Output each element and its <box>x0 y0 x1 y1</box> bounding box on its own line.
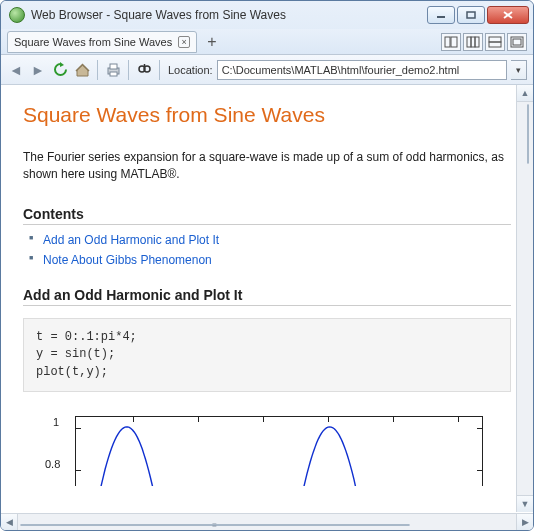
svg-rect-5 <box>451 37 457 47</box>
svg-rect-12 <box>513 39 521 45</box>
location-dropdown-icon[interactable]: ▾ <box>511 60 527 80</box>
app-icon <box>9 7 25 23</box>
scroll-thumb[interactable]: ≡ <box>20 524 410 526</box>
reload-icon[interactable] <box>51 61 69 79</box>
intro-paragraph: The Fourier series expansion for a squar… <box>23 149 511 184</box>
svg-rect-9 <box>489 37 501 42</box>
window-title: Web Browser - Square Waves from Sine Wav… <box>31 8 427 22</box>
find-icon[interactable] <box>135 61 153 79</box>
maximize-button[interactable] <box>457 6 485 24</box>
contents-heading: Contents <box>23 206 511 225</box>
print-icon[interactable] <box>104 61 122 79</box>
location-label: Location: <box>168 64 213 76</box>
close-button[interactable] <box>487 6 529 24</box>
toc-link-1[interactable]: Add an Odd Harmonic and Plot It <box>43 233 219 247</box>
svg-rect-10 <box>489 42 501 47</box>
svg-rect-14 <box>110 64 117 69</box>
layout-split-h-icon[interactable] <box>463 33 483 51</box>
new-tab-button[interactable]: + <box>203 33 220 51</box>
code-block: t = 0:.1:pi*4; y = sin(t); plot(t,y); <box>23 318 511 392</box>
svg-rect-6 <box>467 37 471 47</box>
scroll-up-icon[interactable]: ▲ <box>517 85 533 102</box>
minimize-button[interactable] <box>427 6 455 24</box>
page-content: Square Waves from Sine Waves The Fourier… <box>1 85 533 512</box>
vertical-scrollbar[interactable]: ▲ ▼ <box>516 85 533 512</box>
svg-rect-1 <box>467 12 475 18</box>
svg-rect-8 <box>475 37 479 47</box>
layout-max-icon[interactable] <box>507 33 527 51</box>
tab-label: Square Waves from Sine Waves <box>14 36 172 48</box>
back-icon[interactable]: ◄ <box>7 61 25 79</box>
line-chart <box>75 416 483 486</box>
svg-rect-4 <box>445 37 450 47</box>
toc-link-2[interactable]: Note About Gibbs Phenomenon <box>43 253 212 267</box>
svg-rect-15 <box>110 72 117 76</box>
svg-rect-7 <box>471 37 475 47</box>
location-input[interactable]: C:\Documents\MATLAB\html\fourier_demo2.h… <box>217 60 507 80</box>
scroll-down-icon[interactable]: ▼ <box>517 495 533 512</box>
list-item: Note About Gibbs Phenomenon <box>29 253 511 267</box>
section-heading: Add an Odd Harmonic and Plot It <box>23 287 511 306</box>
page-title: Square Waves from Sine Waves <box>23 103 511 127</box>
layout-single-icon[interactable] <box>441 33 461 51</box>
tab-close-icon[interactable]: × <box>178 36 190 48</box>
forward-icon[interactable]: ► <box>29 61 47 79</box>
scroll-right-icon[interactable]: ▶ <box>516 514 533 530</box>
horizontal-scrollbar[interactable]: ◀ ≡ ▶ <box>1 513 533 530</box>
scroll-thumb[interactable] <box>527 104 529 164</box>
home-icon[interactable] <box>73 61 91 79</box>
list-item: Add an Odd Harmonic and Plot It <box>29 233 511 247</box>
scroll-left-icon[interactable]: ◀ <box>1 514 18 530</box>
browser-tab[interactable]: Square Waves from Sine Waves × <box>7 31 197 53</box>
layout-split-v-icon[interactable] <box>485 33 505 51</box>
